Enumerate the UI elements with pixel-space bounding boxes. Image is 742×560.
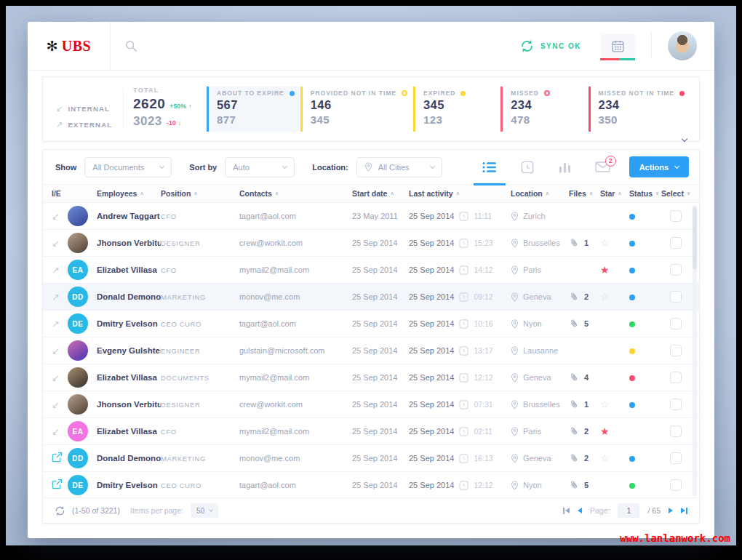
contact-email[interactable]: mymail2@mail.com (239, 427, 352, 436)
next-page-button[interactable] (669, 508, 673, 513)
table-row[interactable]: ↗ DE Dmitry Evelson CEO CURO tagart@aol.… (43, 311, 699, 337)
location-pin-icon (511, 239, 519, 248)
row-checkbox[interactable] (670, 264, 682, 276)
files-cell[interactable]: 5 (569, 319, 600, 329)
column-header[interactable]: Employees∧ (97, 189, 161, 198)
stat-card[interactable]: ABOUT TO EXPIRE 567 877 (207, 87, 299, 132)
list-view-toggle[interactable] (471, 150, 508, 185)
files-cell[interactable]: 2 (569, 292, 600, 302)
row-checkbox[interactable] (670, 479, 682, 491)
stat-card[interactable]: PROVIDED NOT IN TIME 146 345 (300, 87, 412, 132)
row-checkbox[interactable] (670, 237, 682, 249)
contact-email[interactable]: crew@workit.com (239, 400, 352, 409)
star-cell: ☆ (600, 452, 629, 465)
files-cell[interactable]: 1 (569, 399, 600, 409)
last-page-button[interactable] (681, 508, 687, 514)
calendar-button[interactable] (600, 34, 635, 58)
star-icon[interactable]: ☆ (600, 452, 610, 464)
brand-logo[interactable]: ✻ UBS (28, 22, 111, 70)
activity-time: 13:17 (474, 346, 492, 355)
contact-email[interactable]: monov@me.com (239, 292, 352, 301)
column-header[interactable]: I/E (52, 189, 68, 198)
contact-email[interactable]: tagart@aol.com (239, 319, 352, 328)
files-cell[interactable]: 2 (569, 453, 600, 463)
files-cell[interactable]: 1 (569, 238, 600, 248)
row-checkbox[interactable] (670, 345, 682, 356)
location-name: Zurich (523, 212, 546, 220)
star-icon[interactable]: ★ (600, 425, 610, 437)
documents-dropdown[interactable]: All Documents (84, 157, 172, 177)
vertical-scrollbar[interactable] (693, 205, 697, 496)
contact-email[interactable]: mymail2@mail.com (239, 265, 352, 274)
location-pin-icon (511, 292, 519, 302)
column-header[interactable]: Files∧ (569, 189, 600, 198)
internal-arrow-icon: ↙ (52, 399, 60, 410)
table-row[interactable]: ↗ EA Elizabet Villasa CFO mymail2@mail.c… (43, 257, 699, 284)
refresh-icon[interactable] (55, 505, 65, 516)
mail-button[interactable]: 2 (584, 150, 622, 185)
avatar-cell (68, 340, 97, 361)
stat-card[interactable]: MISSED NOT IN TIME 234 350 (589, 87, 689, 132)
table-row[interactable]: DD Donald Demonov MARKETING monov@me.com… (43, 445, 699, 472)
timeline-view-toggle[interactable] (508, 150, 546, 185)
star-icon[interactable]: ☆ (600, 291, 610, 303)
column-header[interactable]: Location∧ (511, 189, 569, 198)
column-header[interactable]: Last activity∧ (409, 189, 511, 198)
contact-email[interactable]: gulstain@microsoft.com (239, 346, 352, 355)
column-header[interactable]: Contacts∧ (239, 189, 352, 198)
table-row[interactable]: ↙ Jhonson Verbitum DESIGNER crew@workit.… (43, 230, 699, 257)
row-checkbox[interactable] (670, 210, 682, 222)
user-avatar[interactable] (668, 31, 697, 60)
row-checkbox[interactable] (670, 291, 682, 303)
column-header[interactable]: Status∨ (629, 189, 661, 198)
row-checkbox[interactable] (670, 372, 682, 383)
table-row[interactable]: DE Dmitry Evelson CEO CURO tagart@aol.co… (43, 472, 699, 499)
files-cell[interactable]: 2 (569, 426, 600, 436)
files-cell[interactable]: 4 (569, 372, 600, 383)
row-checkbox[interactable] (670, 425, 682, 437)
row-checkbox[interactable] (670, 318, 682, 329)
actions-button[interactable]: Actions (629, 156, 689, 177)
activity-date: 25 Sep 2014 (409, 239, 454, 247)
sort-dropdown[interactable]: Auto (225, 157, 295, 177)
location-dropdown[interactable]: All Cities (356, 157, 442, 177)
items-per-page-select[interactable]: 50 (191, 503, 218, 518)
stat-card-head: MISSED (511, 89, 582, 97)
table-row[interactable]: ↙ Elizabet Villasa DOCUMENTS mymail2@mai… (43, 364, 699, 391)
contact-email[interactable]: crew@workit.com (239, 239, 352, 247)
table-row[interactable]: ↙ Jhonson Verbitum DESIGNER crew@workit.… (43, 391, 699, 418)
chart-view-toggle[interactable] (546, 150, 584, 185)
contact-email[interactable]: monov@me.com (239, 454, 352, 463)
contact-email[interactable]: mymail2@mail.com (239, 373, 352, 382)
row-checkbox[interactable] (670, 399, 682, 410)
status-dot (629, 241, 635, 247)
stat-card[interactable]: MISSED 234 478 (500, 87, 586, 132)
table-row[interactable]: ↙ EA Elizabet Villasa CFO mymail2@mail.c… (43, 418, 699, 445)
sync-status[interactable]: SYNC OK (520, 39, 581, 53)
documents-dropdown-value: All Documents (92, 163, 151, 172)
column-header[interactable]: Start date∧ (352, 189, 409, 198)
column-header[interactable]: Position∧ (161, 189, 239, 198)
activity-time: 14:12 (474, 265, 492, 274)
files-cell[interactable]: 5 (569, 480, 600, 490)
table-row[interactable]: ↙ Evgeny Gulshtein ENGINEER gulstain@mic… (43, 337, 699, 364)
scrollbar-thumb[interactable] (693, 207, 697, 269)
star-icon[interactable]: ☆ (600, 237, 610, 249)
search-button[interactable] (124, 39, 137, 52)
first-page-button[interactable] (563, 508, 570, 514)
contact-email[interactable]: tagart@aol.com (239, 212, 352, 220)
star-icon[interactable]: ☆ (600, 399, 610, 410)
stat-card[interactable]: EXPIRED 345 123 (413, 87, 499, 132)
column-header[interactable]: Select∨ (661, 189, 690, 198)
row-checkbox[interactable] (670, 452, 682, 464)
stats-expand-button[interactable] (682, 131, 689, 137)
star-icon[interactable]: ★ (600, 264, 610, 276)
page-input[interactable]: 1 (618, 503, 639, 518)
table-row[interactable]: ↗ DD Donald Demonov MARKETING monov@me.c… (43, 284, 699, 311)
table-row[interactable]: ↙ Andrew Taggart CFO tagart@aol.com 23 M… (43, 203, 699, 230)
internal-arrow-icon: ↙ (52, 238, 60, 249)
previous-page-button[interactable] (578, 508, 582, 513)
contact-email[interactable]: tagart@aol.com (239, 481, 352, 489)
column-header[interactable]: Star∧ (600, 189, 629, 198)
star-cell: ★ (600, 263, 629, 276)
